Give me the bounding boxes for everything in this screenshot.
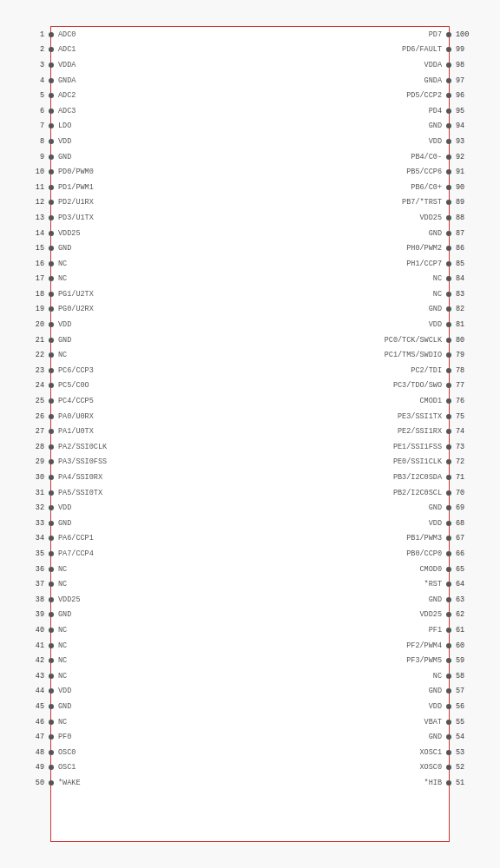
pin-number-left: 46 bbox=[15, 718, 48, 727]
pin-number-right: 99 bbox=[452, 45, 485, 54]
pin-number-left: 33 bbox=[15, 519, 48, 528]
pin-label-left: PG1/U2TX bbox=[51, 290, 94, 299]
pin-dot-left bbox=[49, 47, 54, 52]
pin-label-left: OSC1 bbox=[51, 763, 76, 772]
pin-row: 48OSC0XOSC153 bbox=[51, 745, 449, 760]
pin-label-right: PB1/PWM3 bbox=[406, 534, 442, 542]
pin-row: 34PA6/CCP1PB1/PWM367 bbox=[51, 531, 449, 547]
pin-row: 33GNDVDD68 bbox=[51, 516, 449, 531]
pin-label-right: PB7/*TRST bbox=[402, 198, 442, 207]
pin-dot-left bbox=[49, 123, 54, 128]
pin-label-left: PA2/SSI0CLK bbox=[51, 443, 107, 451]
pin-label-left: PC6/CCP3 bbox=[51, 366, 94, 375]
pin-dot-left bbox=[49, 108, 54, 114]
pin-dot-left bbox=[49, 215, 54, 220]
pin-row: 30PA4/SSI0RXPB3/I2C0SDA71 bbox=[51, 470, 449, 485]
pin-dot-right bbox=[446, 261, 451, 266]
pin-label-right: XOSC1 bbox=[419, 748, 442, 757]
pin-dot-right bbox=[446, 765, 451, 770]
pin-number-left: 25 bbox=[15, 397, 48, 405]
pin-label-left: ADC3 bbox=[51, 107, 76, 115]
pin-label-right: GND bbox=[429, 733, 442, 741]
pin-label-right: PE3/SSI1TX bbox=[398, 412, 442, 421]
pin-number-right: 62 bbox=[452, 610, 485, 619]
pin-number-right: 59 bbox=[452, 656, 485, 665]
pin-dot-left bbox=[49, 429, 54, 434]
pin-dot-left bbox=[49, 261, 54, 266]
pin-label-left: PA4/SSI0RX bbox=[51, 473, 102, 482]
pin-dot-left bbox=[49, 551, 54, 556]
pin-number-left: 23 bbox=[15, 366, 48, 375]
pin-number-right: 76 bbox=[452, 397, 485, 405]
pin-label-left: PA5/SSI0TX bbox=[51, 489, 102, 497]
pin-label-left: VDD bbox=[51, 503, 71, 512]
pin-label-left: VDDA bbox=[51, 61, 76, 69]
pin-number-left: 12 bbox=[15, 198, 48, 207]
pin-dot-left bbox=[49, 628, 54, 633]
pin-dot-left bbox=[49, 720, 54, 725]
pin-dot-right bbox=[446, 276, 451, 281]
pin-dot-right bbox=[446, 658, 451, 663]
pin-dot-left bbox=[49, 765, 54, 770]
pin-number-left: 34 bbox=[15, 534, 48, 542]
pin-dot-left bbox=[49, 734, 54, 740]
pin-label-left: PD2/U1RX bbox=[51, 198, 94, 207]
pin-number-right: 68 bbox=[452, 519, 485, 528]
pin-label-left: PD1/PWM1 bbox=[51, 183, 94, 192]
pin-dot-right bbox=[446, 720, 451, 725]
pin-number-right: 63 bbox=[452, 595, 485, 604]
pin-row: 12PD2/U1RXPB7/*TRST89 bbox=[51, 195, 449, 211]
pin-number-right: 86 bbox=[452, 244, 485, 253]
pin-number-right: 85 bbox=[452, 260, 485, 268]
pin-dot-left bbox=[49, 322, 54, 327]
pin-number-left: 6 bbox=[15, 107, 48, 115]
pin-row: 14VDD25GND87 bbox=[51, 226, 449, 241]
pin-label-right: PD7 bbox=[429, 30, 442, 39]
pin-dot-right bbox=[446, 62, 451, 68]
pin-number-left: 36 bbox=[15, 565, 48, 574]
pin-dot-left bbox=[49, 674, 54, 679]
pin-row: 43NCNC58 bbox=[51, 668, 449, 684]
pin-row: 24PC5/C0OPC3/TDO/SWO77 bbox=[51, 378, 449, 394]
pin-dot-left bbox=[49, 338, 54, 343]
pin-label-left: ADC2 bbox=[51, 91, 76, 100]
pin-row: 16NCPH1/CCP785 bbox=[51, 256, 449, 272]
pin-number-left: 38 bbox=[15, 595, 48, 604]
pin-dot-left bbox=[49, 200, 54, 205]
pin-dot-right bbox=[446, 185, 451, 190]
pin-label-right: PH1/CCP7 bbox=[406, 260, 442, 268]
pin-dot-left bbox=[49, 567, 54, 572]
pin-dot-right bbox=[446, 490, 451, 496]
pin-label-right: PC0/TCK/SWCLK bbox=[385, 336, 442, 345]
pin-number-right: 66 bbox=[452, 549, 485, 558]
pin-number-left: 16 bbox=[15, 260, 48, 268]
pin-dot-left bbox=[49, 521, 54, 526]
pin-row: 37NC*RST64 bbox=[51, 576, 449, 592]
pin-row: 39GNDVDD2562 bbox=[51, 608, 449, 623]
pin-number-left: 28 bbox=[15, 443, 48, 451]
pin-dot-right bbox=[446, 674, 451, 679]
pin-number-left: 44 bbox=[15, 687, 48, 695]
pin-number-right: 89 bbox=[452, 198, 485, 207]
pin-dot-right bbox=[446, 521, 451, 526]
pin-dot-left bbox=[49, 231, 54, 236]
pin-label-left: OSC0 bbox=[51, 748, 76, 757]
pin-number-left: 26 bbox=[15, 412, 48, 421]
pin-label-right: PC3/TDO/SWO bbox=[393, 381, 442, 390]
pin-number-right: 93 bbox=[452, 137, 485, 146]
pin-number-right: 80 bbox=[452, 336, 485, 345]
pin-dot-left bbox=[49, 306, 54, 312]
pin-row: 32VDDGND69 bbox=[51, 500, 449, 516]
pin-row: 15GNDPH0/PWM286 bbox=[51, 240, 449, 256]
pin-label-right: PB0/CCP0 bbox=[406, 549, 442, 558]
pin-dot-right bbox=[446, 155, 451, 160]
pin-label-left: PC4/CCP5 bbox=[51, 397, 94, 405]
pin-label-right: PC1/TMS/SWDIO bbox=[385, 351, 442, 359]
pin-number-left: 19 bbox=[15, 305, 48, 313]
pin-dot-right bbox=[446, 643, 451, 648]
pin-label-right: PE0/SSI1CLK bbox=[393, 457, 442, 466]
pin-dot-left bbox=[49, 292, 54, 297]
pin-number-left: 31 bbox=[15, 489, 48, 497]
pin-dot-left bbox=[49, 780, 54, 786]
pin-number-right: 100 bbox=[452, 30, 485, 39]
